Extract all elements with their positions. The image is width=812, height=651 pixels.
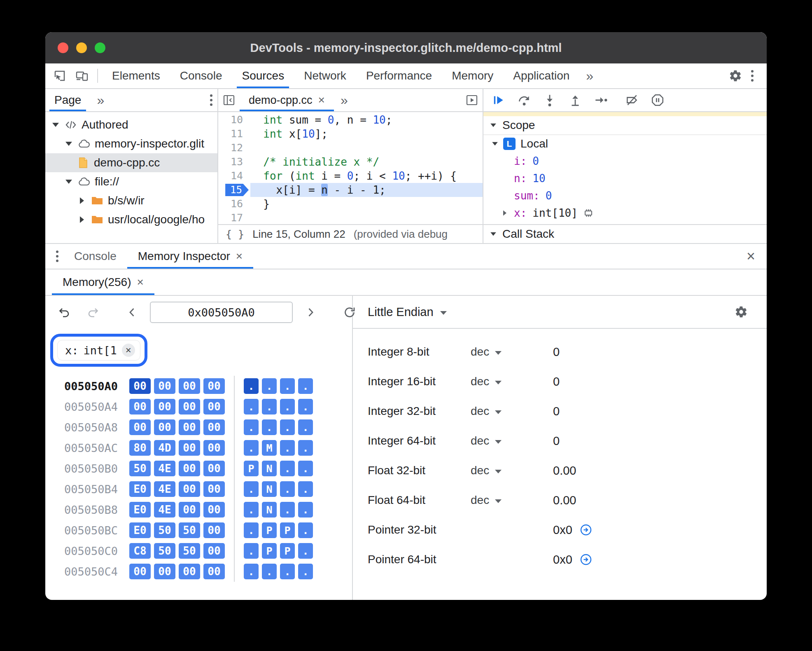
memory-byte[interactable]: 00	[154, 419, 175, 435]
chevron-right-icon[interactable]	[75, 197, 89, 204]
settings-icon[interactable]	[725, 69, 746, 82]
memory-ascii[interactable]: .	[262, 378, 277, 394]
memory-ascii[interactable]: P	[280, 543, 295, 559]
step-icon[interactable]	[594, 93, 608, 107]
scope-variable-x[interactable]: x:int[10]	[483, 204, 767, 222]
more-menu-icon[interactable]	[746, 70, 758, 82]
memory-ascii[interactable]: N	[262, 481, 277, 497]
scope-local-row[interactable]: L Local	[483, 135, 767, 152]
jump-to-address-icon[interactable]	[580, 553, 592, 566]
memory-ascii[interactable]: .	[298, 378, 313, 394]
format-select[interactable]: dec	[471, 434, 553, 447]
memory-byte[interactable]: 00	[129, 399, 151, 414]
zoom-window-button[interactable]	[95, 42, 105, 53]
memory-byte[interactable]: 00	[129, 419, 151, 435]
memory-ascii[interactable]: .	[244, 522, 259, 538]
more-options-icon[interactable]	[205, 94, 217, 106]
memory-ascii[interactable]: .	[244, 502, 259, 518]
tab-memory-inspector[interactable]: Memory Inspector ×	[127, 244, 253, 269]
settings-icon[interactable]	[730, 305, 752, 318]
tree-item-demo-cpp-cc[interactable]: demo-cpp.cc	[45, 153, 217, 172]
more-tabs-icon[interactable]: »	[90, 93, 111, 108]
resume-icon[interactable]	[492, 93, 506, 107]
memory-byte[interactable]: 80	[129, 440, 151, 456]
redo-icon[interactable]	[82, 306, 104, 319]
memory-byte[interactable]: 00	[179, 378, 200, 394]
tree-item-usr-local-google-ho[interactable]: usr/local/google/ho	[45, 210, 217, 229]
close-icon[interactable]: ×	[318, 94, 325, 106]
memory-ascii[interactable]: .	[280, 502, 295, 518]
pretty-print-icon[interactable]: { }	[226, 228, 244, 240]
memory-byte[interactable]: 00	[203, 522, 225, 538]
tab-console[interactable]: Console	[63, 244, 127, 269]
memory-ascii[interactable]: .	[244, 564, 259, 579]
memory-byte[interactable]: C8	[129, 543, 151, 559]
memory-byte[interactable]: 00	[129, 378, 151, 394]
memory-byte[interactable]: E0	[129, 481, 151, 497]
memory-ascii[interactable]: .	[298, 461, 313, 476]
callstack-section-header[interactable]: Call Stack	[483, 224, 767, 243]
memory-ascii[interactable]: .	[298, 502, 313, 518]
memory-byte[interactable]: 50	[154, 543, 175, 559]
memory-ascii[interactable]: .	[280, 440, 295, 456]
more-tabs-icon[interactable]: »	[334, 93, 355, 108]
memory-byte[interactable]: 4E	[154, 461, 175, 476]
toggle-debugger-sidebar-icon[interactable]	[461, 94, 483, 107]
memory-ascii[interactable]: N	[262, 461, 277, 476]
memory-ascii[interactable]: .	[244, 419, 259, 435]
tab-sources[interactable]: Sources	[232, 63, 294, 88]
minimize-window-button[interactable]	[76, 42, 87, 53]
line-number[interactable]: 17	[218, 211, 250, 224]
memory-ascii[interactable]: .	[280, 378, 295, 394]
memory-byte[interactable]: 00	[203, 564, 225, 579]
memory-ascii[interactable]: .	[298, 440, 313, 456]
memory-byte[interactable]: 00	[203, 399, 225, 414]
format-select[interactable]: dec	[471, 345, 553, 358]
memory-ascii[interactable]: P	[244, 461, 259, 476]
memory-byte[interactable]: 00	[179, 399, 200, 414]
memory-ascii[interactable]: P	[262, 543, 277, 559]
inspect-icon[interactable]	[45, 69, 71, 83]
memory-byte[interactable]: 00	[203, 481, 225, 497]
memory-byte[interactable]: 50	[179, 522, 200, 538]
memory-byte[interactable]: E0	[129, 502, 151, 518]
more-tabs-icon[interactable]: »	[579, 68, 600, 84]
previous-page-icon[interactable]	[122, 306, 142, 318]
memory-ascii[interactable]: .	[280, 461, 295, 476]
memory-byte[interactable]: 00	[203, 543, 225, 559]
memory-ascii[interactable]: .	[280, 399, 295, 414]
tree-item-memory-inspector-glit[interactable]: memory-inspector.glit	[45, 134, 217, 153]
tab-network[interactable]: Network	[294, 63, 356, 88]
memory-ascii[interactable]: .	[280, 419, 295, 435]
memory-byte[interactable]: 50	[179, 543, 200, 559]
scope-variable-n[interactable]: n:10	[483, 170, 767, 187]
pause-on-exceptions-icon[interactable]	[651, 93, 665, 107]
tree-item-authored[interactable]: Authored	[45, 115, 217, 134]
format-select[interactable]: dec	[471, 405, 553, 418]
format-select[interactable]: dec	[471, 375, 553, 388]
memory-byte[interactable]: 50	[129, 461, 151, 476]
memory-byte[interactable]: 00	[154, 564, 175, 579]
memory-address-input[interactable]	[150, 302, 293, 323]
undo-icon[interactable]	[54, 306, 75, 319]
memory-byte[interactable]: 4E	[154, 481, 175, 497]
step-into-icon[interactable]	[543, 93, 557, 107]
memory-byte[interactable]: 00	[203, 378, 225, 394]
endianness-select[interactable]: Little Endian	[368, 305, 447, 319]
memory-ascii[interactable]: P	[262, 522, 277, 538]
memory-byte[interactable]: 00	[203, 419, 225, 435]
memory-byte[interactable]: 00	[179, 461, 200, 476]
memory-ascii[interactable]: .	[262, 564, 277, 579]
execution-line-gutter[interactable]: 15	[218, 183, 250, 197]
scope-variable-i[interactable]: i:0	[483, 152, 767, 170]
scope-variable-sum[interactable]: sum:0	[483, 187, 767, 204]
memory-byte[interactable]: 00	[179, 564, 200, 579]
step-over-icon[interactable]	[517, 93, 531, 107]
line-number[interactable]: 12	[218, 141, 250, 155]
close-icon[interactable]: ×	[236, 251, 243, 262]
deactivate-breakpoints-icon[interactable]	[625, 93, 639, 107]
memory-ascii[interactable]: P	[280, 522, 295, 538]
step-out-icon[interactable]	[568, 93, 582, 107]
memory-ascii[interactable]: .	[298, 481, 313, 497]
memory-byte[interactable]: 4D	[154, 440, 175, 456]
